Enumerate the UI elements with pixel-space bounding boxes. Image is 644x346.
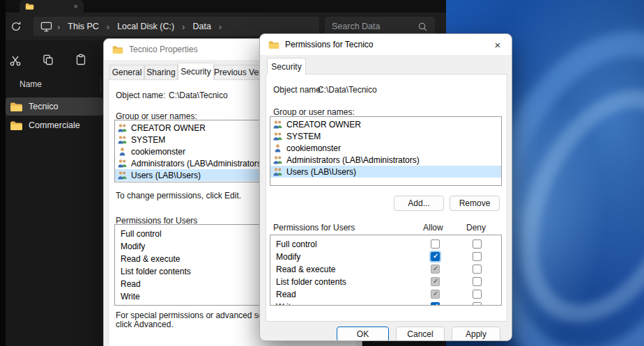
group-name: CREATOR OWNER	[286, 120, 361, 129]
permission-label: Read	[276, 290, 296, 299]
allow-checkbox[interactable]	[431, 239, 440, 249]
deny-checkbox[interactable]	[473, 290, 482, 299]
column-divider[interactable]	[100, 78, 101, 93]
chevron-right-icon[interactable]: ›	[57, 22, 60, 32]
remove-button[interactable]: Remove	[450, 196, 500, 211]
chevron-right-icon[interactable]: ›	[219, 22, 222, 32]
folder-icon	[10, 120, 23, 131]
permission-label: Read & execute	[121, 254, 180, 264]
advanced-hint-line2: click Advanced.	[116, 320, 174, 329]
edit-hint: To change permissions, click Edit.	[116, 191, 241, 200]
allow-checkbox[interactable]	[431, 265, 440, 274]
permission-row: List folder contents	[270, 276, 501, 288]
explorer-tab-bar: ×	[0, 0, 446, 13]
permissions-list-label: Permissions for Users	[273, 223, 355, 233]
group-list-item[interactable]: SYSTEM	[270, 130, 501, 142]
permission-label: Read	[121, 279, 141, 289]
permission-label: Full control	[121, 229, 162, 239]
tab-general[interactable]: General	[109, 65, 144, 80]
group-name: cookiemonster	[286, 143, 341, 153]
group-icon	[117, 159, 128, 168]
ok-button[interactable]: OK	[337, 327, 389, 341]
group-icon	[117, 171, 128, 180]
deny-checkbox[interactable]	[473, 239, 482, 249]
object-name-value: C:\Data\Tecnico	[318, 85, 377, 95]
group-name: Users (LAB\Users)	[131, 171, 201, 180]
group-name: SYSTEM	[131, 135, 165, 145]
user-icon	[117, 147, 128, 156]
permission-row: Write	[270, 301, 501, 306]
group-icon	[117, 135, 128, 144]
permission-label: Read & execute	[276, 265, 335, 274]
group-name: Administrators (LAB\Administrators)	[131, 159, 264, 168]
group-list-item[interactable]: Users (LAB\Users)	[270, 166, 501, 178]
security-tab-page: Object name: C:\Data\Tecnico Group or us…	[266, 74, 507, 322]
tab-security[interactable]: Security	[178, 63, 214, 80]
paste-button[interactable]	[71, 50, 91, 70]
group-list-item[interactable]: CREATOR OWNER	[270, 118, 501, 130]
object-name-label: Object name:	[116, 91, 165, 100]
window-edge	[0, 0, 6, 346]
permission-label: Write	[276, 302, 296, 306]
paste-icon	[75, 54, 87, 66]
allow-checkbox[interactable]	[431, 302, 440, 306]
chevron-right-icon[interactable]: ›	[107, 22, 109, 32]
object-name-label: Object name:	[273, 85, 323, 95]
file-row-commerciale[interactable]: Commerciale	[6, 116, 103, 134]
group-list[interactable]: CREATOR OWNER SYSTEM cookiemonster Admin…	[270, 116, 502, 186]
group-name: SYSTEM	[286, 132, 321, 141]
deny-column-header: Deny	[466, 223, 486, 233]
group-icon	[273, 155, 283, 164]
cut-button[interactable]	[6, 50, 25, 70]
this-pc-icon	[40, 21, 52, 32]
tab-close-icon[interactable]: ×	[74, 3, 78, 10]
file-name: Commerciale	[29, 120, 80, 130]
allow-checkbox[interactable]	[431, 277, 440, 286]
breadcrumb-data[interactable]: Data	[190, 22, 213, 31]
close-button[interactable]: ×	[487, 36, 508, 53]
permission-label: Full control	[276, 239, 317, 249]
deny-checkbox[interactable]	[473, 252, 482, 261]
permission-label: List folder contents	[276, 277, 346, 287]
folder-icon	[25, 3, 34, 10]
permissions-dialog: Permissions for Tecnico × Security Objec…	[259, 33, 512, 341]
breadcrumb-this-pc[interactable]: This PC	[65, 22, 101, 31]
deny-checkbox[interactable]	[473, 302, 482, 306]
group-list-item[interactable]: cookiemonster	[270, 142, 501, 154]
add-button[interactable]: Add...	[394, 196, 444, 211]
chevron-right-icon[interactable]: ›	[182, 22, 185, 32]
file-row-tecnico[interactable]: Tecnico	[6, 97, 103, 116]
permission-label: Write	[121, 292, 140, 301]
tab-sharing[interactable]: Sharing	[144, 65, 178, 80]
refresh-button[interactable]	[7, 17, 25, 36]
deny-checkbox[interactable]	[473, 277, 482, 286]
group-name: Users (LAB\Users)	[286, 167, 356, 177]
apply-button[interactable]: Apply	[452, 327, 500, 341]
dialog-title: Tecnico Properties	[129, 45, 198, 54]
permissions-dialog-titlebar: Permissions for Tecnico	[260, 34, 512, 55]
dialog-title: Permissions for Tecnico	[285, 40, 374, 49]
permission-label: Modify	[121, 242, 145, 251]
group-list-item[interactable]: Administrators (LAB\Administrators)	[270, 154, 501, 166]
permission-label: Modify	[276, 252, 300, 262]
permission-label: List folder contents	[121, 267, 191, 276]
group-list-label: Group or user names:	[273, 107, 355, 117]
explorer-tab[interactable]: ×	[20, 0, 84, 13]
search-icon	[417, 22, 428, 32]
tab-security[interactable]: Security	[267, 58, 306, 74]
deny-checkbox[interactable]	[473, 265, 482, 274]
allow-checkbox[interactable]	[431, 290, 440, 299]
user-icon	[273, 143, 283, 152]
cut-icon	[9, 54, 22, 66]
permissions-list[interactable]: Full control Modify Read & execute List …	[270, 235, 502, 306]
refresh-icon	[10, 21, 22, 32]
column-header-name[interactable]: Name	[20, 79, 42, 89]
cancel-button[interactable]: Cancel	[396, 327, 445, 341]
permission-row: Full control	[270, 238, 501, 251]
group-name: CREATOR OWNER	[131, 123, 206, 133]
search-input[interactable]	[332, 22, 413, 31]
breadcrumb-local-disk[interactable]: Local Disk (C:)	[114, 22, 177, 31]
folder-icon	[268, 40, 279, 49]
allow-checkbox[interactable]	[431, 252, 440, 261]
copy-button[interactable]	[38, 50, 58, 70]
